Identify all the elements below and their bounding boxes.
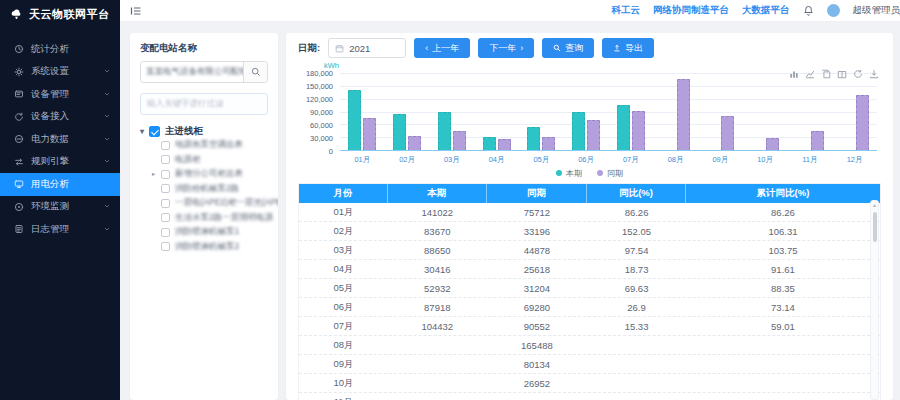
save-image-icon[interactable] xyxy=(869,65,879,83)
bar-group-04月 xyxy=(474,73,519,150)
monthly-table: 月份本期同期同比(%)累计同比(%) 01月1410227571286.2686… xyxy=(298,183,881,400)
sidebar-item-8[interactable]: 环境监测 xyxy=(0,196,120,219)
prev-year-button[interactable]: ‹ 上一年 xyxy=(414,38,470,58)
tree-child-checkbox[interactable] xyxy=(161,213,170,222)
table-cell: 59.01 xyxy=(686,317,880,335)
sidebar-item-3[interactable]: 设备管理 xyxy=(0,83,120,106)
caret-right-icon[interactable]: ▸ xyxy=(152,171,155,178)
caret-down-icon[interactable]: ▾ xyxy=(140,128,144,136)
query-button[interactable]: 查询 xyxy=(542,38,594,58)
legend-label: 同期 xyxy=(607,168,623,179)
table-cell: 10月 xyxy=(299,374,388,392)
sidebar-item-4[interactable]: 设备接入 xyxy=(0,106,120,129)
tree-child-checkbox[interactable] xyxy=(161,141,170,150)
sidebar-item-9[interactable]: 日志管理 xyxy=(0,218,120,241)
table-cell: 69280 xyxy=(487,298,588,316)
bell-icon[interactable] xyxy=(803,5,814,16)
tree-node-child-3[interactable]: ▸新增分公司柜总表 xyxy=(140,167,268,182)
sidebar-item-6[interactable]: 规则引擎 xyxy=(0,151,120,174)
bar-同期-09月 xyxy=(721,116,734,150)
search-icon xyxy=(553,44,561,52)
sidebar-item-1[interactable]: 统计分析 xyxy=(0,38,120,61)
tree-child-checkbox[interactable] xyxy=(161,228,170,237)
tree-node-child-6[interactable]: 生活水泵2路一层照明电源 xyxy=(140,211,268,226)
user-name: 超级管理员 xyxy=(853,4,900,17)
tree-node-child-7[interactable]: 消防喷淋机械泵1 xyxy=(140,225,268,240)
sidebar-item-label: 设备管理 xyxy=(31,88,69,101)
chevron-down-icon xyxy=(103,134,111,145)
tree-node-child-1[interactable]: 地源热泵空调总表 xyxy=(140,138,268,153)
tree-root-checkbox[interactable] xyxy=(149,126,160,137)
bar-同期-01月 xyxy=(363,118,376,150)
tree-child-checkbox[interactable] xyxy=(161,170,170,179)
x-tick-label: 12月 xyxy=(832,153,877,165)
table-cell: 69.63 xyxy=(587,279,686,297)
tree-node-child-2[interactable]: 电源柜 xyxy=(140,153,268,168)
y-tick-label: 30,000 xyxy=(310,134,333,143)
table-scrollbar[interactable]: ▲ xyxy=(870,200,879,400)
x-tick-label: 08月 xyxy=(653,153,698,165)
year-date-input[interactable]: 2021 xyxy=(328,38,406,58)
table-cell: 88.35 xyxy=(686,279,880,297)
table-cell: 11月 xyxy=(299,393,388,400)
scrollbar-thumb[interactable] xyxy=(873,212,878,242)
table-row: 07月1044329055215.3359.01 xyxy=(299,317,880,336)
next-year-button[interactable]: 下一年 › xyxy=(478,38,534,58)
tree-child-checkbox[interactable] xyxy=(161,199,170,208)
bar-group-02月 xyxy=(385,73,430,150)
restore-icon[interactable] xyxy=(853,65,863,83)
scroll-up-icon[interactable]: ▲ xyxy=(871,201,878,210)
table-cell: 15.33 xyxy=(587,317,686,335)
table-cell: 152.05 xyxy=(587,222,686,240)
stack-icon[interactable] xyxy=(821,65,831,83)
station-name-input[interactable]: 某某电气设备有限公司配电室 xyxy=(141,62,243,82)
bar-group-01月 xyxy=(340,73,385,150)
x-tick-label: 10月 xyxy=(743,153,788,165)
table-cell: 103.75 xyxy=(686,241,880,259)
avatar[interactable] xyxy=(827,4,840,17)
table-cell: 30416 xyxy=(388,260,487,278)
header-link-collab[interactable]: 网络协同制造平台 xyxy=(653,4,729,17)
legend-item-本期[interactable]: 本期 xyxy=(556,168,582,179)
legend-item-同期[interactable]: 同期 xyxy=(597,168,623,179)
app-logo: 天云物联网平台 xyxy=(0,0,120,28)
keyword-filter-input[interactable]: 输入关键字进行过滤 xyxy=(140,93,268,115)
tree-child-label: 新增分公司柜总表 xyxy=(175,168,243,180)
table-cell: 104432 xyxy=(388,317,487,335)
station-search-button[interactable] xyxy=(243,62,267,82)
table-cell: 44878 xyxy=(487,241,588,259)
monitor-icon xyxy=(14,179,24,189)
line-chart-icon[interactable] xyxy=(805,65,815,83)
clock-icon xyxy=(14,44,24,54)
collapse-menu-icon[interactable] xyxy=(130,5,142,17)
sidebar-item-7[interactable]: 用电分析 xyxy=(0,173,120,196)
bar-本期-05月 xyxy=(527,127,540,150)
tree-child-checkbox[interactable] xyxy=(161,184,170,193)
tiled-icon[interactable] xyxy=(837,65,847,83)
tree-child-checkbox[interactable] xyxy=(161,155,170,164)
table-cell: 87918 xyxy=(388,298,487,316)
header-link-bigdata[interactable]: 大数据平台 xyxy=(742,4,790,17)
bar-同期-04月 xyxy=(498,139,511,150)
header-link-kgy[interactable]: 科工云 xyxy=(612,4,641,17)
table-cell xyxy=(388,374,487,392)
table-cell: 05月 xyxy=(299,279,388,297)
table-row: 03月886504487897.54103.75 xyxy=(299,241,880,260)
export-button[interactable]: 导出 xyxy=(602,38,654,58)
sidebar: 天云物联网平台 统计分析系统设置 设备管理 设备接入 电力数据 规则引擎 用电分… xyxy=(0,0,120,400)
table-row: 06月879186928026.973.14 xyxy=(299,298,880,317)
bar-group-12月 xyxy=(832,73,877,150)
tree-node-child-4[interactable]: 消防栓机械泵2路 xyxy=(140,182,268,197)
table-cell xyxy=(587,355,686,373)
year-value: 2021 xyxy=(349,43,370,54)
station-filter-panel: 变配电站名称 某某电气设备有限公司配电室 输入关键字进行过滤 ▾ 主进线柜 地源… xyxy=(130,33,278,400)
tree-node-child-5[interactable]: 一层电(APE2)柜一层光(APE1)柜 xyxy=(140,196,268,211)
tree-child-checkbox[interactable] xyxy=(161,242,170,251)
tree-node-root[interactable]: ▾ 主进线柜 xyxy=(140,125,268,138)
table-row: 02月8367033196152.05106.31 xyxy=(299,222,880,241)
app-title: 天云物联网平台 xyxy=(29,7,110,22)
sidebar-item-2[interactable]: 系统设置 xyxy=(0,61,120,84)
tree-node-child-8[interactable]: 消防喷淋机械泵2 xyxy=(140,240,268,255)
bar-chart-icon[interactable] xyxy=(789,65,799,83)
sidebar-item-5[interactable]: 电力数据 xyxy=(0,128,120,151)
